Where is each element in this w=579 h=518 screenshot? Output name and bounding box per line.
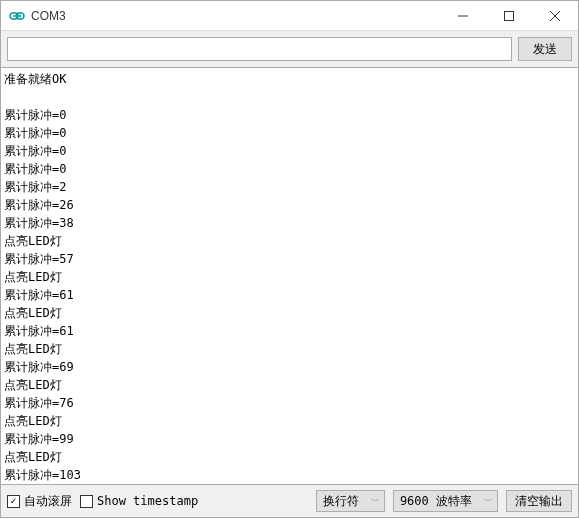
baud-rate-select[interactable]: 9600 波特率 ﹀ [393,490,498,512]
close-button[interactable] [532,1,578,30]
window-title: COM3 [31,9,440,23]
serial-monitor-window: COM3 发送 准备就绪OK 累计脉冲=0 累计脉冲=0 累计脉冲=0 累计脉冲… [0,0,579,518]
chevron-down-icon: ﹀ [484,495,493,508]
timestamp-checkbox-wrap[interactable]: Show timestamp [80,494,198,508]
chevron-down-icon: ﹀ [371,495,380,508]
window-controls [440,1,578,30]
line-ending-select[interactable]: 换行符 ﹀ [316,490,385,512]
send-button[interactable]: 发送 [518,37,572,61]
send-input[interactable] [7,37,512,61]
baud-rate-value: 9600 波特率 [400,493,472,510]
svg-rect-6 [505,11,514,20]
timestamp-label: Show timestamp [97,494,198,508]
autoscroll-checkbox[interactable] [7,495,20,508]
titlebar: COM3 [1,1,578,31]
clear-output-button[interactable]: 清空输出 [506,490,572,512]
line-ending-value: 换行符 [323,493,359,510]
autoscroll-label: 自动滚屏 [24,493,72,510]
app-icon [9,8,25,24]
send-row: 发送 [1,31,578,67]
maximize-button[interactable] [486,1,532,30]
minimize-button[interactable] [440,1,486,30]
autoscroll-checkbox-wrap[interactable]: 自动滚屏 [7,493,72,510]
serial-output: 准备就绪OK 累计脉冲=0 累计脉冲=0 累计脉冲=0 累计脉冲=0 累计脉冲=… [1,67,578,485]
timestamp-checkbox[interactable] [80,495,93,508]
bottom-bar: 自动滚屏 Show timestamp 换行符 ﹀ 9600 波特率 ﹀ 清空输… [1,485,578,517]
